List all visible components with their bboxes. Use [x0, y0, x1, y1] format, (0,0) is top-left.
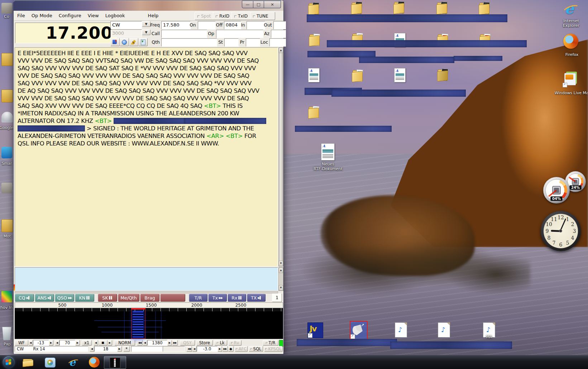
frequency-display[interactable]: 17.200: [15, 23, 117, 43]
tx-text-pane[interactable]: [15, 267, 278, 291]
center-button[interactable]: ■: [98, 340, 107, 346]
desktop-folder[interactable]: [307, 1, 323, 16]
wf-level-field[interactable]: -13: [33, 340, 49, 346]
freq-up-fast-icon[interactable]: ▶▶: [172, 340, 178, 346]
macro-qso-button[interactable]: QSO▶▶: [55, 294, 74, 302]
freq-down-fast-icon[interactable]: ◀◀: [137, 340, 143, 346]
squelch-down-fast-icon[interactable]: ◀◀: [186, 346, 192, 352]
macro-sk-button[interactable]: SK▌▌: [98, 294, 117, 302]
macro-empty-button[interactable]: [160, 294, 185, 302]
increment-icon[interactable]: ▶: [49, 340, 53, 346]
clock-gadget[interactable]: 12 1 2 3 4 5 6 7 8 9 10 11: [541, 211, 581, 251]
reverse-button[interactable]: Rv: [229, 340, 242, 346]
desktop-icon-satellite[interactable]: ➚: [350, 321, 368, 340]
rx-scrollbar[interactable]: ▲ ▼: [278, 47, 283, 267]
lock-button[interactable]: Lk: [214, 340, 227, 346]
desktop-icon-audio-file[interactable]: [438, 322, 450, 337]
desktop-icon-audio-file[interactable]: [395, 322, 407, 337]
macro-meqth-button[interactable]: Me/Qth: [118, 294, 139, 302]
close-button[interactable]: ×: [264, 1, 281, 8]
audio-frequency-field[interactable]: 1380: [147, 340, 167, 346]
tr-button[interactable]: T/R: [263, 340, 278, 346]
menu-logbook[interactable]: Logbook: [102, 11, 128, 20]
macro-kn-button[interactable]: KN▌▌: [75, 294, 94, 302]
menu-file[interactable]: File: [14, 11, 28, 20]
desktop-folder[interactable]: [351, 68, 367, 83]
maximize-button[interactable]: □: [253, 1, 264, 8]
zoom-button[interactable]: x1: [82, 340, 92, 346]
tx-scrollbar[interactable]: ▲ ▼: [278, 267, 283, 291]
lookup-button[interactable]: [120, 38, 129, 46]
scrollbar-thumb[interactable]: [279, 53, 283, 261]
wf-range-field[interactable]: 70: [59, 340, 75, 346]
macro-txlast-button[interactable]: TX▶▌: [247, 294, 266, 302]
decrement-icon[interactable]: ◀: [55, 340, 59, 346]
save-log-button[interactable]: [138, 38, 148, 46]
cw-wpm-field[interactable]: 18: [94, 346, 117, 352]
macro-ans-button[interactable]: ANS▶▌: [35, 294, 54, 302]
desktop-folder[interactable]: [350, 0, 366, 15]
macro-cq-button[interactable]: CQ▶▌: [15, 294, 34, 302]
minimize-button[interactable]: —: [242, 1, 253, 8]
rx-text-pane[interactable]: E EIEI*5EEEEEEH IIE E EEE I E HIIE * EIE…: [15, 47, 278, 267]
qsy-button[interactable]: QSY: [180, 340, 195, 346]
scroll-up-icon[interactable]: ▲: [279, 268, 283, 273]
sql-button[interactable]: SQL: [249, 346, 263, 352]
desktop-document[interactable]: [308, 68, 320, 82]
desktop-folder[interactable]: [308, 32, 324, 47]
taskbar-ie-button[interactable]: e: [67, 357, 78, 368]
store-button[interactable]: Store: [196, 340, 213, 346]
macro-page-button[interactable]: 1: [272, 293, 282, 302]
waterfall-cursor[interactable]: [131, 308, 145, 339]
mode-select[interactable]: CW ▼: [110, 21, 150, 29]
qth-field[interactable]: [161, 38, 217, 47]
out-field[interactable]: [273, 21, 286, 29]
afc-button[interactable]: AFC: [235, 346, 248, 352]
desktop-folder[interactable]: [393, 0, 408, 15]
decrement-icon[interactable]: ◀: [28, 340, 33, 346]
tx-horizontal-scrollbar[interactable]: [15, 291, 278, 293]
taskbar-firefox-button[interactable]: [89, 357, 100, 368]
op-field[interactable]: [216, 30, 263, 38]
waterfall-display[interactable]: [15, 311, 283, 339]
menu-view[interactable]: View: [85, 11, 102, 20]
loc-field[interactable]: [269, 38, 286, 47]
clear-button[interactable]: [129, 38, 138, 46]
macro-brag-button[interactable]: Brag: [140, 294, 159, 302]
scroll-up-icon[interactable]: ▲: [279, 48, 283, 53]
bandwidth-select[interactable]: 3000 ▼: [110, 29, 150, 37]
wf-speed-button[interactable]: NORM: [114, 340, 135, 346]
taskbar-mediaplayer-button[interactable]: [44, 357, 56, 368]
freq-up-icon[interactable]: ▶: [167, 340, 172, 346]
start-button[interactable]: [3, 356, 14, 368]
decrement-icon[interactable]: ◀: [90, 346, 94, 352]
macro-tr-button[interactable]: T/R: [189, 294, 207, 302]
squelch-up-icon[interactable]: ▶: [217, 346, 222, 352]
scroll-left-icon[interactable]: ◀: [94, 340, 98, 346]
squelch-up-fast-icon[interactable]: ▶▶: [222, 346, 228, 352]
macro-rx-button[interactable]: Rx▌▌: [228, 294, 246, 302]
menu-help[interactable]: Help: [145, 11, 162, 20]
az-field[interactable]: [271, 30, 286, 38]
menu-opmode[interactable]: Op Mode: [28, 11, 56, 20]
desktop-folder[interactable]: [436, 67, 452, 82]
taskbar-explorer-button[interactable]: [22, 357, 34, 368]
increment-icon[interactable]: ▶: [117, 346, 122, 352]
scroll-down-icon[interactable]: ▼: [279, 285, 283, 291]
desktop-folder[interactable]: [436, 0, 451, 15]
increment-icon[interactable]: ▶: [75, 340, 80, 346]
desktop-document[interactable]: [394, 68, 406, 82]
squelch-level-field[interactable]: -3.0: [197, 346, 217, 352]
cpu-meter-large-gadget[interactable]: 04%: [543, 177, 570, 203]
tune-button[interactable]: TUNE: [250, 12, 275, 20]
menu-configure[interactable]: Configure: [56, 11, 85, 20]
squelch-down-icon[interactable]: ◀: [192, 346, 197, 352]
taskbar-fldigi-button[interactable]: [104, 356, 126, 369]
default-wpm-button[interactable]: *: [123, 346, 130, 352]
tune-indicator-icon[interactable]: ◆: [228, 346, 234, 352]
scroll-right-icon[interactable]: ▶: [107, 340, 112, 346]
kpsql-button[interactable]: KPSQL: [264, 346, 283, 352]
desktop-icon-jv[interactable]: Jv: [307, 322, 323, 338]
freq-down-icon[interactable]: ◀: [143, 340, 147, 346]
macro-tx-button[interactable]: Tx▶▶: [208, 294, 227, 302]
